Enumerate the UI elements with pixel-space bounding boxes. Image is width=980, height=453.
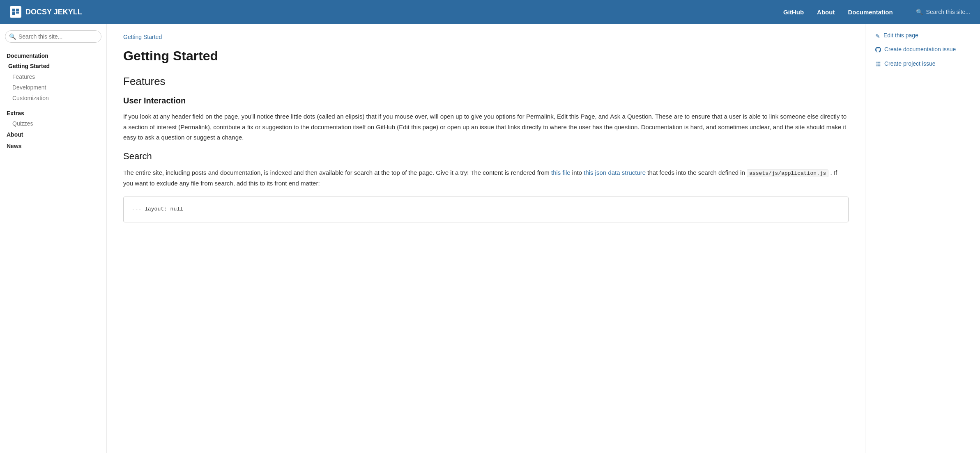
create-doc-issue-link[interactable]: Create documentation issue (875, 46, 970, 54)
page-title: Getting Started (123, 48, 849, 64)
search-paragraph: The entire site, including posts and doc… (123, 167, 849, 189)
link-this-file[interactable]: this file (551, 169, 571, 176)
brand-logo[interactable]: DOCSY JEKYLL (10, 6, 82, 18)
sidebar-item-getting-started[interactable]: Getting Started (0, 61, 106, 71)
subsection-search-title: Search (123, 151, 849, 162)
site-header: DOCSY JEKYLL GitHub About Documentation … (0, 0, 980, 24)
edit-icon: ✎ (875, 33, 880, 39)
brand-icon (10, 6, 21, 18)
svg-rect-0 (12, 9, 15, 11)
page-layout: 🔍 Documentation Getting Started Features… (0, 24, 980, 453)
sidebar-section-extras: Extras (0, 107, 106, 118)
edit-page-link[interactable]: ✎ Edit this page (875, 32, 970, 39)
create-doc-issue-label: Create documentation issue (884, 46, 956, 53)
subsection-user-interaction-title: User Interaction (123, 96, 849, 105)
search-icon: 🔍 (916, 9, 923, 15)
sidebar-item-about[interactable]: About (0, 129, 106, 140)
main-content: Getting Started Getting Started Features… (107, 24, 865, 453)
sidebar-search-icon: 🔍 (9, 33, 16, 40)
header-search-label: Search this site... (926, 9, 970, 15)
sidebar: 🔍 Documentation Getting Started Features… (0, 24, 107, 453)
header-search[interactable]: 🔍 Search this site... (916, 9, 970, 15)
sidebar-item-development[interactable]: Development (0, 82, 106, 93)
user-interaction-paragraph: If you look at any header field on the p… (123, 111, 849, 143)
svg-rect-3 (16, 12, 19, 14)
breadcrumb[interactable]: Getting Started (123, 34, 849, 40)
sidebar-search-wrapper: 🔍 (5, 30, 101, 43)
right-sidebar: ✎ Edit this page Create documentation is… (865, 24, 980, 453)
github-icon (875, 47, 881, 54)
sidebar-item-news[interactable]: News (0, 140, 106, 152)
sidebar-search-input[interactable] (5, 30, 101, 43)
svg-rect-2 (12, 12, 15, 15)
code-block-frontmatter: --- layout: null (123, 197, 849, 222)
link-json-data[interactable]: this json data structure (584, 169, 646, 176)
nav-documentation[interactable]: Documentation (848, 9, 893, 16)
sidebar-item-quizzes[interactable]: Quizzes (0, 118, 106, 129)
create-project-issue-label: Create project issue (884, 60, 936, 67)
create-project-issue-link[interactable]: Create project issue (875, 60, 970, 68)
brand-name: DOCSY JEKYLL (25, 8, 82, 16)
header-nav: GitHub About Documentation 🔍 Search this… (783, 9, 970, 16)
code-assets-js: assets/js/application.js (747, 169, 828, 177)
sidebar-item-customization[interactable]: Customization (0, 93, 106, 103)
list-icon (875, 61, 881, 68)
section-features-title: Features (123, 75, 849, 88)
edit-page-label: Edit this page (883, 32, 918, 39)
nav-about[interactable]: About (817, 9, 835, 16)
svg-rect-1 (16, 9, 19, 11)
sidebar-item-features[interactable]: Features (0, 71, 106, 82)
nav-github[interactable]: GitHub (783, 9, 804, 16)
sidebar-section-documentation: Documentation (0, 49, 106, 61)
